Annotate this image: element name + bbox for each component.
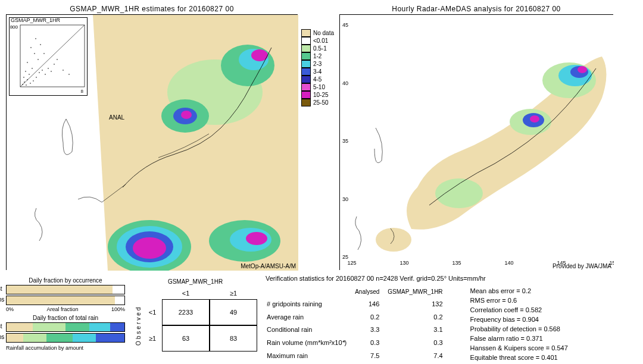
svg-point-30 [27, 62, 27, 62]
svg-point-35 [34, 53, 35, 54]
contingency-panel: GSMAP_MWR_1HR <1 ≥1 Observed <1 2233 49 … [133, 278, 257, 363]
svg-point-22 [27, 79, 27, 80]
metric-row: RMS error = 0.6 [468, 296, 570, 305]
svg-point-37 [30, 47, 31, 48]
metric-row: Correlation coeff = 0.582 [468, 306, 570, 314]
svg-text:135: 135 [452, 260, 461, 266]
svg-text:45: 45 [342, 22, 348, 28]
svg-text:25: 25 [342, 254, 348, 260]
svg-text:130: 130 [399, 260, 408, 266]
svg-point-43 [35, 38, 36, 39]
cell-lt-lt: 2233 [162, 299, 210, 325]
metric-row: Frequency bias = 0.904 [468, 315, 570, 324]
cell-ge-ge: 83 [210, 325, 257, 352]
left-map-footer: MetOp-A/AMSU-A/M [241, 263, 296, 269]
metrics-table: Mean abs error = 0.2RMS error = 0.6Corre… [467, 285, 572, 363]
total-rain-title: Daily fraction of total rain [6, 315, 125, 321]
totalrain-obs-bar: Obs [6, 333, 125, 343]
contingency-title: GSMAP_MWR_1HR [133, 278, 257, 285]
legend-item: 1-2 [301, 52, 334, 60]
right-map-title: Hourly Radar-AMeDAS analysis for 2016082… [339, 5, 613, 13]
legend-item: 10-25 [301, 91, 334, 99]
svg-point-56 [435, 178, 483, 208]
right-map: 1251301351401451502530354045 Provided by… [339, 14, 613, 270]
svg-point-19 [24, 81, 24, 82]
color-legend: No data<0.010.5-11-22-33-44-55-1010-2525… [301, 29, 334, 106]
legend-item: 5-10 [301, 83, 334, 91]
fraction-panel: Daily fraction by occurrence Est Obs 0% … [6, 275, 125, 363]
cell-lt-ge: 49 [210, 299, 257, 325]
svg-point-28 [32, 68, 32, 68]
stat-row: Conditional rain3.33.1 [267, 324, 450, 335]
row-lt: <1 [143, 299, 162, 325]
svg-point-23 [30, 83, 30, 83]
right-map-footer: Provided by JWA/JMA [553, 263, 611, 269]
svg-line-17 [20, 25, 85, 87]
svg-point-32 [45, 74, 45, 74]
totalrain-est-bar: Est [6, 322, 125, 332]
svg-text:8: 8 [81, 89, 84, 94]
svg-text:35: 35 [342, 138, 348, 144]
occurrence-title: Daily fraction by occurrence [6, 277, 125, 284]
occurrence-obs-bar: Obs [6, 296, 125, 305]
svg-point-33 [38, 59, 38, 59]
svg-text:140: 140 [504, 260, 513, 266]
stat-row: Maximum rain7.57.4 [267, 350, 450, 362]
col-ge: ≥1 [210, 287, 257, 299]
metric-row: False alarm ratio = 0.371 [468, 334, 570, 343]
svg-point-38 [43, 53, 44, 54]
svg-point-42 [63, 70, 63, 70]
svg-point-25 [33, 80, 33, 81]
cell-ge-lt: 63 [162, 325, 210, 352]
svg-text:125: 125 [347, 260, 356, 266]
stat-row: # gridpoints raining146132 [267, 299, 450, 310]
svg-point-39 [54, 64, 54, 64]
svg-point-24 [25, 71, 26, 71]
svg-point-36 [51, 71, 51, 71]
metric-row: Probability of detection = 0.568 [468, 325, 570, 333]
svg-point-26 [29, 74, 29, 74]
svg-text:40: 40 [342, 80, 348, 86]
svg-point-40 [40, 44, 40, 45]
scatter-title: GSMAP_MWR_1HR [11, 17, 60, 23]
total-rain-caption: Rainfall accumulation by amount [6, 345, 125, 351]
svg-point-15 [246, 232, 267, 245]
svg-point-34 [48, 68, 48, 68]
svg-point-52 [578, 66, 587, 73]
legend-item: 3-4 [301, 68, 334, 76]
left-map: MetOp-A/AMSU-A/M ANAL GSMAP_MWR_1HR [6, 14, 298, 270]
occurrence-est-bar: Est [6, 285, 125, 294]
legend-item: <0.01 [301, 37, 334, 45]
svg-point-27 [36, 77, 36, 77]
row-ge: ≥1 [143, 325, 162, 352]
svg-point-12 [133, 237, 166, 259]
scatter-inset: GSMAP_MWR_1HR [9, 17, 88, 96]
svg-point-20 [26, 84, 26, 85]
stat-table: Analysed GSMAP_MWR_1HR # gridpoints rain… [266, 285, 451, 363]
svg-text:800: 800 [10, 24, 18, 30]
anal-label: ANAL [109, 114, 125, 121]
stat-row: Rain volume (mm*km²x10⁴)0.30.3 [267, 337, 450, 349]
metric-row: Mean abs error = 0.2 [468, 287, 570, 295]
svg-point-8 [181, 111, 192, 119]
svg-point-41 [57, 59, 57, 59]
col-lt: <1 [162, 287, 210, 299]
legend-item: 4-5 [301, 76, 334, 83]
metric-row: Equitable threat score = 0.401 [468, 353, 570, 362]
legend-item: 0.5-1 [301, 45, 334, 52]
legend-item: No data [301, 29, 334, 37]
metric-row: Hanssen & Kuipers score = 0.547 [468, 344, 570, 352]
svg-point-21 [23, 77, 24, 77]
svg-point-31 [42, 70, 42, 70]
left-map-title: GSMAP_MWR_1HR estimates for 20160827 00 [6, 5, 298, 13]
observed-label: Observed [133, 299, 143, 352]
legend-item: 25-50 [301, 99, 334, 106]
svg-text:30: 30 [342, 196, 348, 202]
legend-item: 2-3 [301, 60, 334, 68]
svg-point-44 [68, 74, 69, 74]
stat-row: Average rain0.20.2 [267, 311, 450, 322]
svg-point-55 [530, 115, 539, 123]
verification-header: Verification statistics for 20160827 00 … [266, 275, 637, 282]
verification-panel: Verification statistics for 20160827 00 … [266, 275, 637, 363]
svg-point-29 [39, 72, 39, 73]
